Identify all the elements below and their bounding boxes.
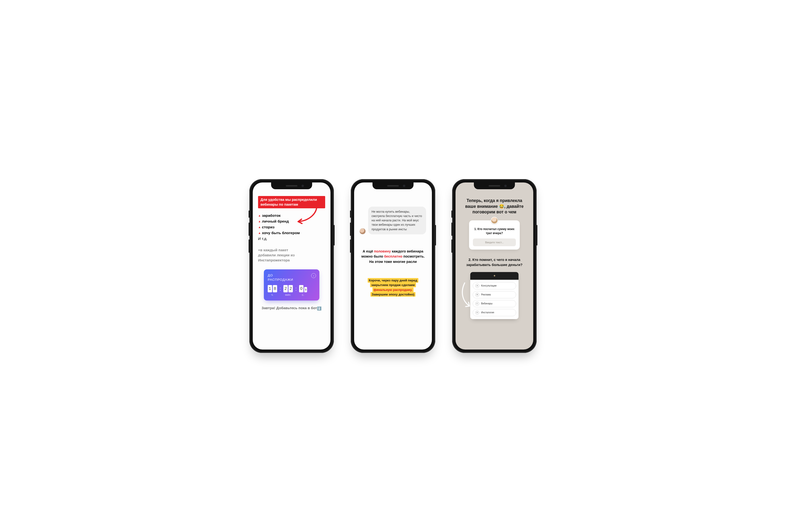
callout-line: закрытием продаж сделаем — [370, 283, 416, 287]
message-bubble: Не могла купить вебинары, смотрела беспл… — [368, 207, 426, 234]
power-button — [536, 225, 537, 246]
quiz-option[interactable]: A Консультации — [473, 282, 516, 290]
story-screen-2[interactable]: Не могла купить вебинары, смотрела беспл… — [354, 183, 432, 349]
timer-digits: 1 8 Ч. : 2 2 МИН. : 0 9 — [268, 285, 316, 296]
list-item: хочу быть блогером — [262, 231, 300, 235]
timer-label-line: РАСПРОДАЖИ — [268, 278, 293, 281]
bonus-note: +в каждый пакет добавили лекции из Инста… — [258, 248, 306, 263]
option-label: Консультации — [481, 284, 496, 287]
digit-box: 2 — [288, 285, 293, 292]
digit-box: 9 — [304, 287, 307, 292]
volume-down-button — [249, 239, 250, 253]
cta-text[interactable]: Завтра! Добавьтесь пока в бот⬇️ — [258, 306, 325, 311]
volume-up-button — [452, 223, 453, 236]
option-label: Реклама — [481, 293, 491, 296]
avatar — [360, 228, 366, 234]
power-button — [333, 225, 334, 246]
callout-line: Завершим эпоху достойно) — [371, 292, 416, 297]
option-letter: D — [475, 311, 479, 315]
mute-switch — [452, 210, 453, 218]
option-letter: B — [475, 293, 479, 297]
heading: Теперь, когда я привлекла ваше внимание … — [461, 198, 528, 215]
callout-block: Короче, через пару дней перед закрытием … — [363, 278, 423, 297]
digit-box: 2 — [283, 285, 288, 292]
option-label: Инсталогия — [481, 311, 494, 314]
quiz-header: ✦ — [470, 272, 518, 280]
phone-mockup-1: Для удобства мы распределили вебинары по… — [249, 179, 334, 353]
callout-line: Короче, через пару дней перед — [368, 278, 419, 283]
quiz-option[interactable]: D Инсталогия — [473, 309, 516, 316]
list-item: заработок — [262, 213, 280, 217]
option-letter: C — [475, 302, 479, 306]
timer-unit: Ч. — [271, 294, 274, 296]
question-2-text: 2. Кто помнит, с чего я начала зарабатыв… — [461, 257, 528, 268]
down-arrow-emoji-icon: ⬇️ — [317, 306, 322, 310]
phone-notch — [474, 183, 515, 189]
quiz-sticker[interactable]: ✦ A Консультации B Реклама C Вебинары D … — [470, 272, 518, 319]
countdown-widget[interactable]: › ДО РАСПРОДАЖИ 1 8 Ч. : 2 2 — [264, 269, 319, 301]
package-list: ▲заработок ▲личный бренд ▲сториз ▲хочу б… — [258, 213, 325, 241]
question-sticker[interactable]: 1. Кто посчитал сумму моих трат вчера? В… — [469, 221, 520, 250]
story-screen-3[interactable]: Теперь, когда я привлекла ваше внимание … — [456, 183, 533, 349]
digit-box: 0 — [299, 285, 303, 292]
headline-banner: Для удобства мы распределили вебинары по… — [258, 196, 325, 208]
list-etc: И т.д. — [258, 236, 325, 241]
power-button — [435, 225, 436, 246]
laughing-emoji-icon: 😂 — [499, 204, 504, 209]
sparkle-icon: ✦ — [493, 274, 496, 278]
question-text: 1. Кто посчитал сумму моих трат вчера? — [473, 227, 516, 235]
question-input[interactable]: Введите текст... — [473, 238, 516, 246]
triangle-icon: ▲ — [258, 219, 261, 223]
testimonial-message: Не могла купить вебинары, смотрела беспл… — [360, 207, 426, 234]
mute-switch — [350, 210, 351, 218]
digit-box: 8 — [273, 285, 277, 292]
volume-down-button — [350, 239, 351, 253]
volume-up-button — [350, 223, 351, 236]
highlight-word: половину — [374, 249, 391, 253]
triangle-icon: ▲ — [258, 226, 261, 229]
avatar — [491, 217, 498, 224]
story-screen-1[interactable]: Для удобства мы распределили вебинары по… — [253, 183, 330, 349]
quiz-option[interactable]: C Вебинары — [473, 300, 516, 307]
option-letter: A — [475, 284, 479, 288]
volume-up-button — [249, 223, 250, 236]
mute-switch — [249, 210, 250, 218]
triangle-icon: ▲ — [258, 214, 261, 217]
volume-down-button — [452, 239, 453, 253]
list-item: сториз — [262, 225, 275, 229]
list-item: личный бренд — [262, 219, 289, 223]
phone-notch — [271, 183, 312, 189]
highlight-word: бесплатно — [384, 254, 402, 258]
timer-label-line: ДО — [268, 274, 273, 277]
phone-mockup-3: Теперь, когда я привлекла ваше внимание … — [452, 179, 537, 353]
option-label: Вебинары — [481, 302, 492, 305]
phone-notch — [372, 183, 414, 189]
digit-box: 1 — [268, 285, 272, 292]
quiz-option[interactable]: B Реклама — [473, 291, 516, 298]
timer-unit: С. — [302, 294, 304, 296]
triangle-icon: ▲ — [258, 231, 261, 235]
timer-unit: МИН. — [285, 294, 291, 296]
body-text: А ещё половину каждого вебинара можно бы… — [360, 249, 426, 264]
callout-highlight-line: финальную распродажу. — [372, 287, 414, 292]
phone-mockup-2: Не могла купить вебинары, смотрела беспл… — [351, 179, 435, 353]
